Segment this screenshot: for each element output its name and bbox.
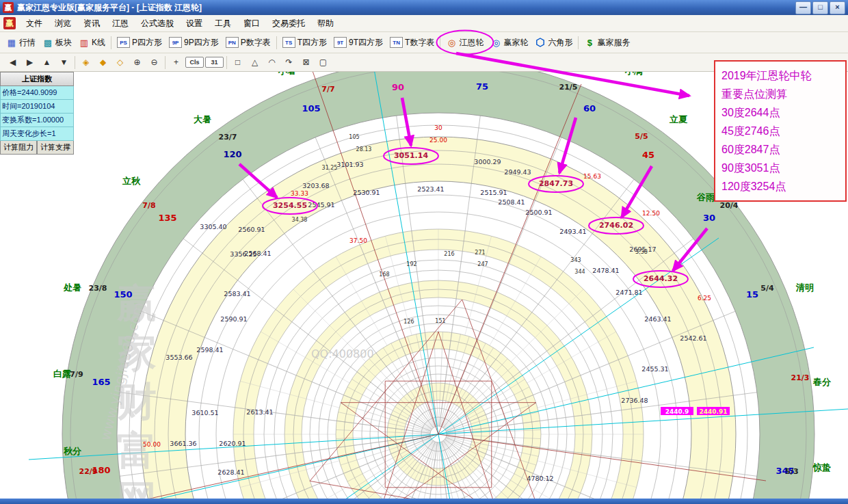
toolbar-label: P数字表 — [241, 37, 271, 49]
key-point-value: 3051.14 — [394, 151, 428, 160]
annotation-line: 90度3051点 — [721, 159, 839, 177]
TN-icon: TN — [390, 37, 403, 48]
date-label: 21/5 — [559, 83, 578, 92]
solar-term-label: 处暑 — [63, 282, 81, 293]
wheel-value: 2620.91 — [219, 440, 246, 447]
menu-item[interactable]: 工具 — [209, 16, 237, 31]
arc-tool-icon[interactable]: ◠ — [264, 55, 280, 70]
service-button[interactable]: $赢家服务 — [581, 35, 633, 51]
menu-item[interactable]: 交易委托 — [266, 16, 311, 31]
solar-term-label: 大暑 — [194, 114, 211, 124]
rotate-tool-icon[interactable]: ↷ — [281, 55, 297, 70]
wheel-percent: 12.50 — [642, 210, 660, 217]
grid-icon: ▦ — [6, 37, 17, 48]
wheel-value: 2560.91 — [238, 226, 265, 233]
menu-item[interactable]: 帮助 — [311, 16, 340, 31]
degree-label: 45 — [642, 150, 654, 160]
key-point-value: 2847.73 — [539, 179, 573, 188]
back-icon[interactable]: ◀ — [5, 55, 21, 70]
date-label: 7/8 — [142, 201, 155, 210]
triangle-tool-icon[interactable]: △ — [247, 55, 263, 70]
PN-icon: PN — [226, 37, 239, 48]
hexagon-button[interactable]: 六角形 — [531, 35, 576, 51]
menu-item[interactable]: 窗口 — [237, 16, 266, 31]
diamond-outline-icon[interactable]: ◇ — [112, 55, 128, 70]
wheel-value: 2949.43 — [504, 168, 531, 176]
wheel2-icon: ◎ — [490, 37, 501, 48]
dollar-icon: $ — [584, 37, 595, 48]
calc-support-button[interactable]: 计算支撑 — [37, 141, 74, 155]
maximize-button[interactable]: □ — [812, 1, 828, 14]
window-title: 赢家江恩专业版[赢家服务平台] - [上证指数 江恩轮] — [17, 2, 202, 14]
gann-wheel-button[interactable]: ◎江恩轮 — [442, 35, 487, 51]
wheel-value: 2463.41 — [644, 315, 671, 323]
menu-item[interactable]: 设置 — [180, 16, 209, 31]
wheel-value: 2590.91 — [220, 315, 247, 323]
rect-tool-icon[interactable]: □ — [230, 55, 246, 70]
close-button[interactable]: × — [830, 1, 845, 14]
diamond-icon[interactable]: ◈ — [78, 55, 94, 70]
p9-square-button[interactable]: 9P9P四方形 — [165, 35, 222, 51]
date-label: 5/5 — [635, 132, 648, 141]
wheel-value: 2598.41 — [196, 346, 223, 354]
winner-wheel-button[interactable]: ◎赢家轮 — [487, 35, 531, 51]
key-point-value: 3254.55 — [273, 201, 307, 210]
degree-label: 90 — [392, 82, 404, 92]
toolbar-label: 赢家轮 — [503, 37, 528, 49]
toolbar-label: P四方形 — [132, 37, 162, 49]
wheel-inner-number: 151 — [435, 318, 445, 324]
delete-tool-icon[interactable]: ⊠ — [298, 55, 314, 70]
sectors-button[interactable]: ▩板块 — [39, 35, 75, 51]
crosshair-icon[interactable]: + — [168, 55, 184, 70]
wheel-inner-number: 344 — [574, 269, 585, 275]
TS-icon: TS — [282, 37, 295, 48]
toolbar-separator — [75, 56, 75, 69]
p-square-button[interactable]: PSP四方形 — [114, 35, 165, 51]
calc-resistance-button[interactable]: 计算阻力 — [0, 141, 37, 155]
date-label: 7/7 — [321, 85, 334, 94]
wheel-inner-number: 343 — [570, 257, 581, 263]
minimize-button[interactable]: — — [795, 1, 811, 14]
forward-icon[interactable]: ▶ — [22, 55, 38, 70]
solar-term-label: 清明 — [795, 282, 814, 293]
solar-term-label: 惊蛰 — [812, 462, 831, 473]
menu-item[interactable]: 江恩 — [106, 16, 135, 31]
wheel-value: 2508.41 — [498, 198, 525, 206]
annotation-box: 2019年江恩轮中轮重要点位测算30度2644点45度2746点60度2847点… — [714, 60, 847, 202]
wheel-inner-number: 34.38 — [292, 217, 308, 223]
t9-square-button[interactable]: 9T9T四方形 — [330, 35, 386, 51]
wheel-value: 3101.93 — [336, 161, 363, 168]
menu-item[interactable]: 资讯 — [77, 16, 106, 31]
zoom-in-icon[interactable]: ⊕ — [129, 55, 145, 70]
quotes-button[interactable]: ▦行情 — [3, 35, 39, 51]
kline-button[interactable]: ▥K线 — [75, 35, 109, 51]
diamond-solid-icon[interactable]: ◆ — [95, 55, 111, 70]
p-table-button[interactable]: PNP数字表 — [222, 35, 274, 51]
9T-icon: 9T — [334, 37, 347, 48]
toolbar-label: 六角形 — [548, 37, 572, 49]
toolbar-label: 行情 — [19, 37, 36, 49]
toolbar-label: K线 — [92, 37, 105, 49]
wheel-inner-number: 247 — [477, 261, 488, 267]
date-label: 5/4 — [760, 284, 774, 293]
menu-item[interactable]: 浏览 — [49, 16, 77, 31]
calendar-icon[interactable]: 31 — [205, 57, 224, 68]
pointer-icon[interactable]: ▲ — [39, 55, 55, 70]
toolbar-separator — [226, 56, 227, 69]
menu-item[interactable]: 文件 — [20, 16, 49, 31]
wheel-inner-number: 3.38 — [635, 249, 648, 255]
wheel-value: 2471.81 — [615, 289, 642, 296]
zoom-out-icon[interactable]: ⊖ — [146, 55, 162, 70]
watermark-qq: QQ:400800 — [311, 347, 374, 360]
menu-item[interactable]: 公式选股 — [135, 16, 180, 31]
clear-button[interactable]: Cls — [185, 57, 204, 68]
flag-icon[interactable]: ▼ — [56, 55, 72, 70]
toolbar-separator — [276, 36, 277, 49]
solar-term-label: 立夏 — [669, 114, 688, 124]
t-square-button[interactable]: TST四方形 — [279, 35, 330, 51]
t-table-button[interactable]: TNT数字表 — [386, 35, 438, 51]
annotation-line: 120度3254点 — [721, 177, 839, 196]
select-tool-icon[interactable]: ▢ — [315, 55, 331, 70]
key-point-value: 2644.32 — [644, 274, 678, 283]
solar-term-label: 春分 — [812, 377, 832, 387]
